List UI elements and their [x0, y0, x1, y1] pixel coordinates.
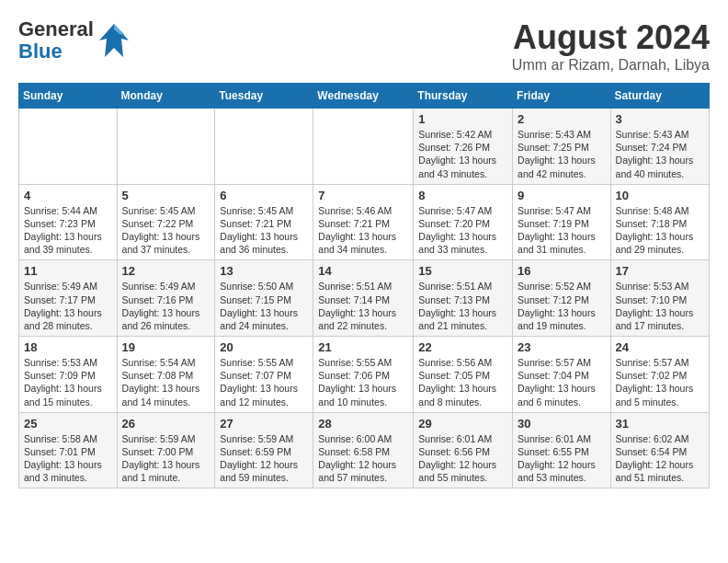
day-info: Sunrise: 5:47 AM Sunset: 7:19 PM Dayligh… — [518, 204, 606, 257]
weekday-header-friday: Friday — [513, 84, 611, 109]
calendar-cell: 29Sunrise: 6:01 AM Sunset: 6:56 PM Dayli… — [414, 412, 513, 488]
calendar-cell — [19, 109, 118, 185]
calendar-cell: 6Sunrise: 5:45 AM Sunset: 7:21 PM Daylig… — [215, 184, 313, 260]
day-number: 2 — [518, 112, 606, 126]
day-info: Sunrise: 5:49 AM Sunset: 7:16 PM Dayligh… — [122, 280, 210, 332]
calendar-cell — [215, 109, 313, 185]
weekday-header-row: SundayMondayTuesdayWednesdayThursdayFrid… — [19, 84, 710, 109]
calendar-cell: 21Sunrise: 5:55 AM Sunset: 7:06 PM Dayli… — [313, 337, 414, 413]
day-info: Sunrise: 5:57 AM Sunset: 7:04 PM Dayligh… — [518, 356, 606, 408]
day-info: Sunrise: 5:49 AM Sunset: 7:17 PM Dayligh… — [24, 280, 112, 332]
calendar-cell: 15Sunrise: 5:51 AM Sunset: 7:13 PM Dayli… — [414, 260, 513, 337]
calendar-cell: 18Sunrise: 5:53 AM Sunset: 7:09 PM Dayli… — [19, 337, 118, 413]
calendar-week-row: 1Sunrise: 5:42 AM Sunset: 7:26 PM Daylig… — [19, 109, 710, 185]
calendar-week-row: 25Sunrise: 5:58 AM Sunset: 7:01 PM Dayli… — [19, 412, 710, 488]
day-info: Sunrise: 5:42 AM Sunset: 7:26 PM Dayligh… — [418, 128, 507, 180]
logo-bird-icon — [97, 22, 131, 59]
weekday-header-saturday: Saturday — [610, 84, 709, 109]
calendar-cell: 26Sunrise: 5:59 AM Sunset: 7:00 PM Dayli… — [117, 412, 215, 488]
day-number: 31 — [616, 417, 704, 431]
day-info: Sunrise: 5:46 AM Sunset: 7:21 PM Dayligh… — [318, 204, 408, 257]
calendar-cell: 1Sunrise: 5:42 AM Sunset: 7:26 PM Daylig… — [414, 109, 513, 185]
location: Umm ar Rizam, Darnah, Libya — [512, 57, 710, 74]
day-number: 19 — [122, 340, 210, 354]
day-number: 17 — [616, 264, 704, 278]
weekday-header-thursday: Thursday — [414, 84, 513, 109]
title-section: August 2024 Umm ar Rizam, Darnah, Libya — [512, 18, 710, 74]
day-number: 24 — [616, 340, 704, 354]
day-number: 9 — [518, 189, 606, 202]
calendar-cell: 7Sunrise: 5:46 AM Sunset: 7:21 PM Daylig… — [313, 184, 414, 260]
day-info: Sunrise: 5:52 AM Sunset: 7:12 PM Dayligh… — [518, 280, 606, 332]
day-number: 25 — [24, 417, 112, 431]
calendar-cell: 10Sunrise: 5:48 AM Sunset: 7:18 PM Dayli… — [610, 184, 709, 260]
day-number: 30 — [518, 417, 606, 431]
calendar-cell: 4Sunrise: 5:44 AM Sunset: 7:23 PM Daylig… — [19, 184, 118, 260]
calendar-cell: 3Sunrise: 5:43 AM Sunset: 7:24 PM Daylig… — [610, 109, 709, 185]
day-info: Sunrise: 5:47 AM Sunset: 7:20 PM Dayligh… — [418, 204, 507, 257]
day-info: Sunrise: 5:56 AM Sunset: 7:05 PM Dayligh… — [418, 356, 507, 408]
logo-text-blue: Blue — [18, 40, 94, 63]
day-info: Sunrise: 6:00 AM Sunset: 6:58 PM Dayligh… — [318, 432, 408, 485]
day-info: Sunrise: 5:54 AM Sunset: 7:08 PM Dayligh… — [122, 356, 210, 408]
day-number: 10 — [616, 189, 704, 202]
calendar-cell: 28Sunrise: 6:00 AM Sunset: 6:58 PM Dayli… — [313, 412, 414, 488]
day-info: Sunrise: 5:48 AM Sunset: 7:18 PM Dayligh… — [616, 204, 704, 257]
day-number: 7 — [318, 189, 408, 202]
calendar-cell — [117, 109, 215, 185]
day-number: 29 — [418, 417, 507, 431]
day-number: 26 — [122, 417, 210, 431]
weekday-header-sunday: Sunday — [19, 84, 118, 109]
calendar-cell: 12Sunrise: 5:49 AM Sunset: 7:16 PM Dayli… — [117, 260, 215, 337]
calendar-cell: 16Sunrise: 5:52 AM Sunset: 7:12 PM Dayli… — [513, 260, 611, 337]
calendar-cell: 20Sunrise: 5:55 AM Sunset: 7:07 PM Dayli… — [215, 337, 313, 413]
day-number: 18 — [24, 340, 112, 354]
day-info: Sunrise: 5:55 AM Sunset: 7:07 PM Dayligh… — [220, 356, 308, 408]
day-info: Sunrise: 5:43 AM Sunset: 7:24 PM Dayligh… — [616, 128, 704, 180]
day-info: Sunrise: 5:53 AM Sunset: 7:10 PM Dayligh… — [616, 280, 704, 332]
day-info: Sunrise: 5:55 AM Sunset: 7:06 PM Dayligh… — [318, 356, 408, 408]
day-info: Sunrise: 5:58 AM Sunset: 7:01 PM Dayligh… — [24, 432, 112, 485]
day-info: Sunrise: 5:57 AM Sunset: 7:02 PM Dayligh… — [616, 356, 704, 408]
calendar-cell: 17Sunrise: 5:53 AM Sunset: 7:10 PM Dayli… — [610, 260, 709, 337]
day-number: 5 — [122, 189, 210, 202]
day-number: 3 — [616, 112, 704, 126]
calendar-week-row: 4Sunrise: 5:44 AM Sunset: 7:23 PM Daylig… — [19, 184, 710, 260]
day-info: Sunrise: 5:59 AM Sunset: 7:00 PM Dayligh… — [122, 432, 210, 485]
day-number: 14 — [318, 264, 408, 278]
calendar-cell: 19Sunrise: 5:54 AM Sunset: 7:08 PM Dayli… — [117, 337, 215, 413]
calendar-table: SundayMondayTuesdayWednesdayThursdayFrid… — [18, 83, 710, 488]
day-info: Sunrise: 5:59 AM Sunset: 6:59 PM Dayligh… — [220, 432, 308, 485]
day-number: 27 — [220, 417, 308, 431]
day-number: 20 — [220, 340, 308, 354]
day-number: 13 — [220, 264, 308, 278]
day-info: Sunrise: 5:45 AM Sunset: 7:21 PM Dayligh… — [220, 204, 308, 257]
calendar-cell: 14Sunrise: 5:51 AM Sunset: 7:14 PM Dayli… — [313, 260, 414, 337]
calendar-cell: 27Sunrise: 5:59 AM Sunset: 6:59 PM Dayli… — [215, 412, 313, 488]
weekday-header-wednesday: Wednesday — [313, 84, 414, 109]
day-number: 12 — [122, 264, 210, 278]
calendar-cell: 24Sunrise: 5:57 AM Sunset: 7:02 PM Dayli… — [610, 337, 709, 413]
day-number: 28 — [318, 417, 408, 431]
day-number: 21 — [318, 340, 408, 354]
day-number: 15 — [418, 264, 507, 278]
weekday-header-monday: Monday — [117, 84, 215, 109]
day-number: 1 — [418, 112, 507, 126]
day-info: Sunrise: 5:44 AM Sunset: 7:23 PM Dayligh… — [24, 204, 112, 257]
page-header: General Blue August 2024 Umm ar Rizam, D… — [18, 18, 710, 74]
day-number: 8 — [418, 189, 507, 202]
day-info: Sunrise: 6:02 AM Sunset: 6:54 PM Dayligh… — [616, 432, 704, 485]
day-info: Sunrise: 5:51 AM Sunset: 7:14 PM Dayligh… — [318, 280, 408, 332]
month-title: August 2024 — [512, 18, 710, 57]
calendar-week-row: 11Sunrise: 5:49 AM Sunset: 7:17 PM Dayli… — [19, 260, 710, 337]
calendar-cell: 23Sunrise: 5:57 AM Sunset: 7:04 PM Dayli… — [513, 337, 611, 413]
calendar-cell: 25Sunrise: 5:58 AM Sunset: 7:01 PM Dayli… — [19, 412, 118, 488]
day-info: Sunrise: 6:01 AM Sunset: 6:55 PM Dayligh… — [518, 432, 606, 485]
day-info: Sunrise: 5:43 AM Sunset: 7:25 PM Dayligh… — [518, 128, 606, 180]
day-number: 6 — [220, 189, 308, 202]
calendar-cell: 11Sunrise: 5:49 AM Sunset: 7:17 PM Dayli… — [19, 260, 118, 337]
day-info: Sunrise: 5:53 AM Sunset: 7:09 PM Dayligh… — [24, 356, 112, 408]
calendar-cell: 31Sunrise: 6:02 AM Sunset: 6:54 PM Dayli… — [610, 412, 709, 488]
calendar-cell: 30Sunrise: 6:01 AM Sunset: 6:55 PM Dayli… — [513, 412, 611, 488]
calendar-cell: 5Sunrise: 5:45 AM Sunset: 7:22 PM Daylig… — [117, 184, 215, 260]
